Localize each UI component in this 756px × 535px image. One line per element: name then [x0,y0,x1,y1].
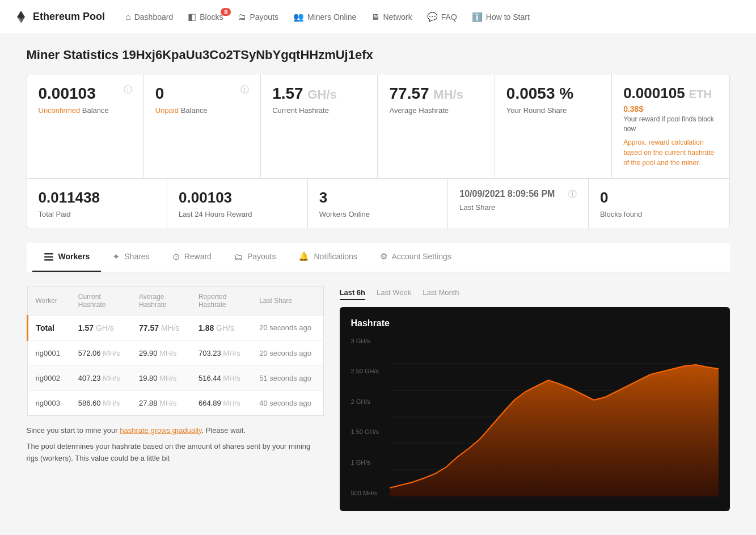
unconfirmed-balance-label: Unconfirmed Balance [39,106,132,115]
chart-tab-last-6h[interactable]: Last 6h [340,286,366,300]
workers-table: Worker CurrentHashrate AverageHashrate R… [27,286,324,416]
shares-tab-icon: ✦ [112,251,120,262]
total-reported-hashrate: 1.88 GH/s [191,315,251,340]
chart-container: Hashrate 3 GH/s 2.50 GH/s 2 GH/s 1.50 GH… [340,307,730,511]
total-paid-label: Total Paid [39,210,156,218]
tab-payouts[interactable]: 🗂 Payouts [223,244,288,271]
tab-account-settings-label: Account Settings [392,252,451,261]
stat-total-paid: 0.011438 Total Paid [27,179,168,229]
stats-row-2: 0.011438 Total Paid 0.00103 Last 24 Hour… [27,178,729,229]
workers-table-head: Worker CurrentHashrate AverageHashrate R… [27,286,323,315]
tab-notifications-label: Notifications [314,252,357,261]
footnote-1: Since you start to mine your hashrate gr… [27,425,324,437]
total-current-hashrate: 1.57 GH/s [70,315,131,340]
workers-table-body: Total 1.57 GH/s 77.57 MH/s 1.88 GH/s 20 … [27,315,323,415]
nav-payouts-label: Payouts [250,12,278,22]
tab-workers-label: Workers [58,252,90,261]
network-icon: 🖥 [371,12,379,22]
stat-average-hashrate: 77.57 MH/s Average Hashrate [378,74,495,178]
col-reported-hashrate: ReportedHashrate [191,286,251,315]
reward-sub: 0.38$ [623,104,717,113]
dashboard-icon: ⌂ [125,12,131,22]
workers-table-header-row: Worker CurrentHashrate AverageHashrate R… [27,286,323,315]
tab-notifications[interactable]: 🔔 Notifications [287,243,368,271]
round-share-label: Your Round Share [506,106,600,115]
payouts-nav-icon: 🗂 [238,12,246,22]
stat-current-hashrate: 1.57 GH/s Current Hashrate [261,74,378,178]
rig0003-name: rig0003 [27,390,70,415]
average-hashrate-label: Average Hashrate [389,106,483,115]
hashrate-chart-svg [390,338,719,496]
app-title: Ethereum Pool [33,11,105,23]
left-panel: Worker CurrentHashrate AverageHashrate R… [27,286,324,511]
col-current-hashrate: CurrentHashrate [70,286,131,315]
tab-shares[interactable]: ✦ Shares [101,243,161,271]
reward-tab-icon: ⊙ [172,251,180,262]
chart-tabs: Last 6h Last Week Last Month [340,286,730,300]
rig0003-reported: 664.89 MH/s [191,390,251,415]
stat-reward: 0.000105 ETH 0.38$ Your reward if pool f… [612,74,729,178]
rig0002-last-share: 51 seconds ago [251,365,323,390]
stat-last-share: 10/09/2021 8:09:56 PM ⓘ Last Share [448,179,589,229]
info-icon-last-share[interactable]: ⓘ [568,189,577,200]
reward-desc: Your reward if pool finds block now [623,115,717,134]
stat-last-24h: 0.00103 Last 24 Hours Reward [167,179,308,229]
nav-item-how-to-start[interactable]: ℹ️ How to Start [465,7,537,27]
round-share-value: 0.0053 % [506,85,600,103]
rig0001-average: 29.90 MH/s [131,340,191,365]
nav-item-faq[interactable]: 💬 FAQ [420,7,464,27]
table-row-total: Total 1.57 GH/s 77.57 MH/s 1.88 GH/s 20 … [27,315,323,340]
logo[interactable]: Ethereum Pool [14,10,105,24]
rig0001-reported: 703.23 MH/s [191,340,251,365]
right-panel: Last 6h Last Week Last Month Hashrate 3 … [340,286,730,511]
col-worker: Worker [27,286,70,315]
header: Ethereum Pool ⌂ Dashboard ◧ Blocks 8 🗂 P… [0,0,756,34]
last-24h-label: Last 24 Hours Reward [179,210,296,218]
info-icon-unconfirmed[interactable]: ⓘ [124,85,132,95]
y-label-1: 3 GH/s [351,338,390,344]
rig0002-current: 407.23 MH/s [70,365,131,390]
chart-tab-last-month[interactable]: Last Month [423,286,459,300]
miners-online-icon: 👥 [293,12,304,22]
info-icon-unpaid[interactable]: ⓘ [240,85,249,95]
y-label-3: 2 GH/s [351,398,390,405]
nav-item-miners-online[interactable]: 👥 Miners Online [286,7,363,27]
y-label-2: 2.50 GH/s [351,368,390,374]
total-worker-name: Total [27,315,70,340]
col-last-share: Last Share [251,286,323,315]
chart-tab-last-week[interactable]: Last Week [377,286,411,300]
tab-reward[interactable]: ⊙ Reward [161,243,223,271]
main-content: Miner Statistics 19Hxj6KpaUu3Co2TSyNbYgq… [15,34,741,525]
nav-dashboard-label: Dashboard [134,12,174,22]
rig0003-last-share: 40 seconds ago [251,390,323,415]
blocks-found-value: 0 [600,189,718,207]
nav-item-dashboard[interactable]: ⌂ Dashboard [119,7,180,27]
rig0001-name: rig0001 [27,340,70,365]
nav-item-blocks[interactable]: ◧ Blocks 8 [181,7,230,27]
reward-approx: Approx. reward calculation based on the … [623,137,717,168]
blocks-badge: 8 [221,8,231,16]
table-row-rig0002: rig0002 407.23 MH/s 19.80 MH/s 516.44 MH… [27,365,323,390]
payouts-tab-icon: 🗂 [234,252,243,262]
workers-online-value: 3 [319,189,437,207]
unpaid-balance-value: 0 [155,85,164,103]
stats-row-1: 0.00103 ⓘ Unconfirmed Balance 0 ⓘ Unpaid… [27,74,729,178]
nav-item-network[interactable]: 🖥 Network [364,7,419,26]
last-24h-value: 0.00103 [179,189,296,207]
svg-rect-5 [44,259,53,261]
nav-how-to-start-label: How to Start [486,12,530,22]
last-share-label: Last Share [459,203,577,212]
stat-unconfirmed-balance: 0.00103 ⓘ Unconfirmed Balance [27,74,144,178]
chart-y-axis: 3 GH/s 2.50 GH/s 2 GH/s 1.50 GH/s 1 GH/s… [351,338,390,496]
account-settings-tab-icon: ⚙ [380,251,387,262]
nav-network-label: Network [383,12,412,22]
unconfirmed-balance-value: 0.00103 [39,85,96,103]
nav-item-payouts[interactable]: 🗂 Payouts [231,7,285,26]
tab-account-settings[interactable]: ⚙ Account Settings [369,243,463,271]
stat-workers-online: 3 Workers Online [308,179,449,229]
stat-round-share: 0.0053 % Your Round Share [495,74,612,178]
hashrate-link[interactable]: hashrate grows gradually [120,426,201,435]
tab-workers[interactable]: Workers [32,243,102,272]
rig0001-current: 572.06 MH/s [70,340,131,365]
current-hashrate-label: Current Hashrate [272,106,366,115]
